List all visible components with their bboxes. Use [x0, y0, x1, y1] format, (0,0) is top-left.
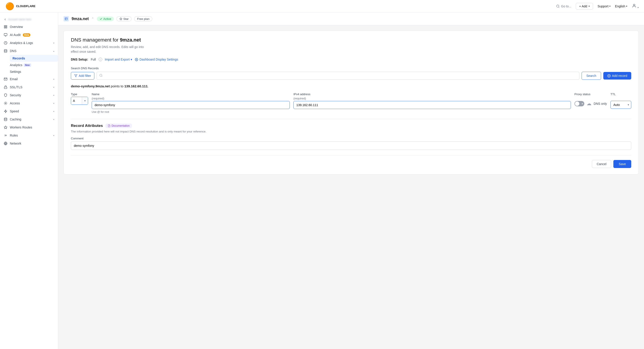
ttl-label: TTL: [610, 92, 631, 96]
proxy-status-group: Proxy status ✕ ☁ DNS only: [574, 92, 607, 107]
add-record-button[interactable]: Add record: [603, 72, 631, 79]
expand-icon: ▾: [53, 42, 54, 44]
comment-label: Comment: [71, 137, 631, 140]
svg-line-1: [558, 7, 559, 7]
sidebar-item-label: Overview: [10, 25, 23, 28]
save-button[interactable]: Save: [613, 160, 631, 168]
main-content: DNS management for 9mza.net Review, add,…: [58, 25, 644, 349]
logo-text: CLOUDFLARE: [16, 4, 36, 8]
svg-point-2: [633, 4, 635, 6]
svg-marker-15: [4, 110, 7, 113]
type-label: Type: [71, 92, 88, 96]
import-export-link[interactable]: Import and Export ▾: [105, 58, 132, 61]
svg-line-27: [102, 76, 102, 77]
name-input[interactable]: [92, 101, 290, 109]
search-input[interactable]: [96, 72, 580, 80]
sidebar-item-overview[interactable]: Overview: [0, 23, 58, 31]
type-select-wrap: ▾: [71, 97, 88, 105]
sidebar-item-email[interactable]: Email ▾: [0, 75, 58, 83]
svg-point-16: [4, 118, 7, 119]
expand-icon: ▾: [53, 94, 54, 96]
svg-point-11: [4, 49, 7, 50]
dashboard-settings-link[interactable]: Dashboard Display Settings: [135, 58, 178, 61]
search-icon: [556, 4, 560, 8]
sidebar-item-workers-routes[interactable]: Workers Routes: [0, 123, 58, 131]
zone-name: 9mza.net: [72, 16, 89, 21]
dns-record-form: Type ▾ Name (required) Use @ for root: [71, 92, 631, 113]
ttl-select[interactable]: Auto 1 min 2 min 5 min 10 min 30 min: [610, 101, 631, 109]
ipv4-input[interactable]: [294, 101, 571, 109]
sidebar-item-ai-audit[interactable]: AI Audit Beta: [0, 31, 58, 39]
cf-cloud-icon: 🟠: [5, 3, 14, 10]
record-attr-description: The information provided here will not i…: [71, 130, 631, 133]
svg-rect-5: [4, 27, 5, 28]
svg-marker-23: [120, 18, 122, 20]
svg-rect-20: [65, 18, 68, 20]
sidebar-item-analytics-logs[interactable]: Analytics & Logs ▾: [0, 39, 58, 47]
ipv4-label: IPv4 address: [294, 92, 571, 96]
access-icon: [4, 101, 8, 105]
type-group: Type ▾: [71, 92, 88, 105]
sidebar-item-settings[interactable]: Settings: [10, 68, 58, 75]
workers-icon: [4, 125, 8, 129]
sidebar-item-dns[interactable]: DNS ▴: [0, 47, 58, 55]
sidebar: Account name here Overview AI Audit Beta…: [0, 12, 58, 349]
proxy-toggle[interactable]: ✕: [574, 101, 584, 106]
zone-expand-icon[interactable]: ⌃: [92, 17, 94, 20]
chevron-down-icon: ▾: [609, 5, 610, 7]
sidebar-item-label: DNS: [10, 49, 16, 53]
add-filter-button[interactable]: Add filter: [71, 72, 94, 79]
dns-icon: [4, 49, 8, 53]
sidebar-item-label: Email: [10, 77, 18, 81]
sidebar-item-label: Network: [10, 142, 21, 145]
search-button[interactable]: Search: [582, 72, 601, 80]
sidebar-item-label: Access: [10, 101, 20, 105]
svg-point-0: [556, 5, 559, 7]
support-button[interactable]: Support ▾: [598, 4, 610, 8]
sidebar-item-label: Rules: [10, 134, 18, 137]
star-badge[interactable]: Star: [116, 16, 132, 21]
form-actions: Cancel Save: [71, 155, 631, 168]
type-input[interactable]: [71, 97, 82, 105]
documentation-badge[interactable]: Documentation: [106, 124, 132, 128]
sidebar-item-security[interactable]: Security ▾: [0, 91, 58, 99]
sidebar-item-label: Security: [10, 93, 21, 97]
goto-button[interactable]: Go to...: [556, 4, 571, 8]
shield-icon: [4, 93, 8, 97]
sidebar-item-access[interactable]: Access ▾: [0, 99, 58, 107]
expand-icon: ▾: [53, 110, 54, 113]
type-dropdown-button[interactable]: ▾: [82, 97, 88, 105]
cancel-button[interactable]: Cancel: [592, 160, 611, 168]
sidebar-item-records[interactable]: Records: [10, 55, 58, 62]
language-selector[interactable]: English ▾: [615, 4, 627, 8]
sidebar-item-rules[interactable]: Rules ▾: [0, 131, 58, 139]
sidebar-item-label: SSL/TLS: [10, 85, 22, 89]
comment-input[interactable]: [71, 141, 631, 150]
record-attributes-section: Record Attributes Documentation The info…: [71, 124, 631, 150]
search-section: Search DNS Records Add filter: [71, 67, 631, 80]
add-button[interactable]: + Add ▾: [576, 3, 593, 9]
new-badge: New: [24, 63, 31, 67]
active-badge: Active: [97, 16, 114, 21]
star-icon: [120, 17, 122, 20]
user-menu[interactable]: ▾: [632, 3, 639, 9]
back-button[interactable]: Account name here: [0, 16, 58, 23]
expand-icon: ▾: [53, 118, 54, 121]
sidebar-item-label: AI Audit: [10, 33, 20, 37]
sidebar-item-network[interactable]: Network: [0, 139, 58, 147]
expand-icon: ▾: [53, 78, 54, 80]
ipv4-required-label: (required): [294, 97, 571, 100]
back-arrow-icon: [4, 18, 7, 21]
cloudflare-logo: 🟠 CLOUDFLARE: [5, 3, 35, 10]
ai-audit-icon: [4, 33, 8, 37]
sidebar-item-caching[interactable]: Caching ▾: [0, 115, 58, 123]
sidebar-item-analytics[interactable]: Analytics New: [10, 62, 58, 68]
record-info: demo-symfony.9mza.net points to 139.162.…: [71, 84, 631, 88]
overview-icon: [4, 25, 8, 29]
svg-point-14: [5, 103, 6, 104]
info-icon[interactable]: i: [98, 58, 102, 61]
sidebar-item-ssl-tls[interactable]: SSL/TLS ▾: [0, 83, 58, 91]
chevron-down-icon: ▾: [626, 5, 627, 7]
sidebar-item-speed[interactable]: Speed ▾: [0, 107, 58, 115]
ttl-select-wrap: Auto 1 min 2 min 5 min 10 min 30 min: [610, 101, 631, 109]
